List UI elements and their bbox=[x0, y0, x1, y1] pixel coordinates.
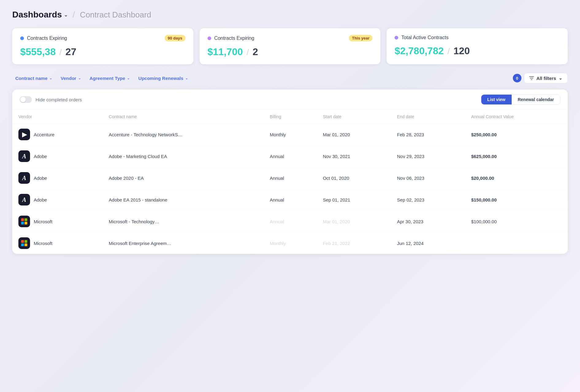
col-contract-name: Contract name bbox=[103, 110, 264, 124]
chevron-down-icon: ⌄ bbox=[185, 76, 188, 80]
all-filters-button[interactable]: All filters ⌄ bbox=[524, 73, 568, 83]
kpi-card-header-3: Total Active Contracts bbox=[395, 35, 560, 40]
kpi-amount-2: $11,700 bbox=[208, 46, 243, 58]
chevron-down-icon: ⌄ bbox=[49, 76, 52, 80]
cell-start-date: Nov 30, 2021 bbox=[317, 145, 391, 167]
kpi-amount-1: $555,38 bbox=[20, 46, 56, 58]
cell-end-date: Apr 30, 2023 bbox=[391, 211, 465, 232]
dashboards-label: Dashboards bbox=[12, 10, 62, 20]
cell-start-date: Mar 01, 2020 bbox=[317, 211, 391, 232]
cell-billing: Monthly bbox=[264, 124, 317, 145]
kpi-dot-lavender bbox=[395, 36, 398, 40]
kpi-card-header: Contracts Expiring 90 days bbox=[20, 35, 185, 41]
kpi-title-3: Total Active Contracts bbox=[401, 35, 560, 40]
cell-acv: $150,000.00 bbox=[465, 189, 568, 211]
table-toolbar: Hide completed orders List view Renewal … bbox=[12, 89, 568, 110]
kpi-card-header-2: Contracts Expiring This year bbox=[208, 35, 373, 41]
vendor-name: Adobe bbox=[34, 175, 47, 181]
cell-billing: Annual bbox=[264, 167, 317, 189]
table-row[interactable]: A Adobe Adobe 2020 - EA Annual Oct 01, 2… bbox=[12, 167, 568, 189]
filter-vendor-label: Vendor bbox=[61, 76, 76, 81]
kpi-count-3: 120 bbox=[453, 45, 470, 57]
toggle-wrapper: Hide completed orders bbox=[20, 96, 82, 103]
cell-vendor: ▶ Accenture bbox=[12, 124, 103, 145]
table-row[interactable]: A Adobe Adobe EA 2015 - standalone Annua… bbox=[12, 189, 568, 211]
cell-billing: Annual bbox=[264, 145, 317, 167]
kpi-card-total-active: Total Active Contracts $2,780,782 / 120 bbox=[387, 28, 568, 64]
cell-contract-name: Adobe EA 2015 - standalone bbox=[103, 189, 264, 211]
header-separator: / bbox=[73, 10, 75, 20]
filter-contract-name[interactable]: Contract name ⌄ bbox=[12, 74, 55, 83]
kpi-count-2: 2 bbox=[253, 46, 258, 58]
vendor-name: Microsoft bbox=[34, 219, 52, 224]
kpi-title-1: Contracts Expiring bbox=[27, 36, 162, 41]
kpi-divider-1: / bbox=[59, 47, 62, 57]
all-filters-chevron: ⌄ bbox=[559, 75, 563, 81]
col-vendor: Vendor bbox=[12, 110, 103, 124]
cell-acv: $20,000.00 bbox=[465, 167, 568, 189]
kpi-value-row-1: $555,38 / 27 bbox=[20, 46, 185, 58]
kpi-divider-3: / bbox=[447, 47, 450, 56]
cell-end-date: Sep 02, 2023 bbox=[391, 189, 465, 211]
cell-billing: Annual bbox=[264, 189, 317, 211]
view-switcher: List view Renewal calendar bbox=[481, 94, 560, 105]
kpi-value-row-3: $2,780,782 / 120 bbox=[395, 45, 560, 57]
col-start-date: Start date bbox=[317, 110, 391, 124]
list-view-button[interactable]: List view bbox=[481, 95, 512, 104]
filter-count-badge: 0 bbox=[513, 74, 521, 82]
col-acv: Annual Contract Value bbox=[465, 110, 568, 124]
kpi-count-1: 27 bbox=[65, 46, 76, 58]
table-row[interactable]: Microsoft Microsoft Enterprise Agreem… M… bbox=[12, 232, 568, 254]
filter-bar: Contract name ⌄ Vendor ⌄ Agreement Type … bbox=[12, 73, 568, 83]
kpi-title-2: Contracts Expiring bbox=[214, 36, 346, 41]
hide-completed-toggle[interactable] bbox=[20, 96, 32, 103]
main-container: Hide completed orders List view Renewal … bbox=[12, 89, 568, 254]
cell-contract-name: Adobe 2020 - EA bbox=[103, 167, 264, 189]
filter-vendor[interactable]: Vendor ⌄ bbox=[58, 74, 84, 83]
cell-acv bbox=[465, 232, 568, 254]
cell-end-date: Nov 06, 2023 bbox=[391, 167, 465, 189]
cell-end-date: Nov 29, 2023 bbox=[391, 145, 465, 167]
cell-acv: $250,000.00 bbox=[465, 124, 568, 145]
page-title: Contract Dashboard bbox=[80, 10, 151, 20]
vendor-name: Accenture bbox=[34, 132, 55, 137]
cell-start-date: Mar 01, 2020 bbox=[317, 124, 391, 145]
cell-contract-name: Accenture - Technology NetworkS… bbox=[103, 124, 264, 145]
table-header-row: Vendor Contract name Billing Start date … bbox=[12, 110, 568, 124]
vendor-name: Adobe bbox=[34, 154, 47, 159]
cell-acv: $100,000.00 bbox=[465, 211, 568, 232]
cell-vendor: A Adobe bbox=[12, 167, 103, 189]
vendor-name: Adobe bbox=[34, 197, 47, 202]
cell-vendor: A Adobe bbox=[12, 189, 103, 211]
table-row[interactable]: ▶ Accenture Accenture - Technology Netwo… bbox=[12, 124, 568, 145]
filter-upcoming-renewals[interactable]: Upcoming Renewals ⌄ bbox=[135, 74, 191, 83]
cell-start-date: Feb 21, 2022 bbox=[317, 232, 391, 254]
cell-vendor: A Adobe bbox=[12, 145, 103, 167]
col-billing: Billing bbox=[264, 110, 317, 124]
filter-agreement-type-label: Agreement Type bbox=[90, 76, 125, 81]
col-end-date: End date bbox=[391, 110, 465, 124]
cell-end-date: Jun 12, 2024 bbox=[391, 232, 465, 254]
kpi-badge-2: This year bbox=[349, 35, 372, 41]
kpi-dot-blue bbox=[20, 36, 24, 40]
cell-start-date: Oct 01, 2020 bbox=[317, 167, 391, 189]
chevron-down-icon: ⌄ bbox=[78, 76, 81, 80]
filter-upcoming-renewals-label: Upcoming Renewals bbox=[138, 76, 183, 81]
table-row[interactable]: A Adobe Adobe - Marketing Cloud EA Annua… bbox=[12, 145, 568, 167]
toggle-thumb bbox=[20, 97, 26, 102]
cell-vendor: Microsoft bbox=[12, 211, 103, 232]
dashboards-chevron[interactable]: ⌄ bbox=[64, 12, 68, 18]
filter-icon bbox=[529, 76, 534, 81]
renewal-calendar-button[interactable]: Renewal calendar bbox=[512, 95, 560, 104]
cell-acv: $625,000.00 bbox=[465, 145, 568, 167]
filter-agreement-type[interactable]: Agreement Type ⌄ bbox=[86, 74, 133, 83]
kpi-card-expiring-year: Contracts Expiring This year $11,700 / 2 bbox=[200, 28, 381, 64]
cell-contract-name: Adobe - Marketing Cloud EA bbox=[103, 145, 264, 167]
table-row[interactable]: Microsoft Microsoft - Technology… Annual… bbox=[12, 211, 568, 232]
cell-contract-name: Microsoft - Technology… bbox=[103, 211, 264, 232]
dashboards-heading[interactable]: Dashboards ⌄ bbox=[12, 10, 68, 20]
page-header: Dashboards ⌄ / Contract Dashboard bbox=[12, 10, 568, 20]
vendor-name: Microsoft bbox=[34, 241, 52, 246]
toggle-label: Hide completed orders bbox=[36, 97, 82, 102]
cell-billing: Annual bbox=[264, 211, 317, 232]
